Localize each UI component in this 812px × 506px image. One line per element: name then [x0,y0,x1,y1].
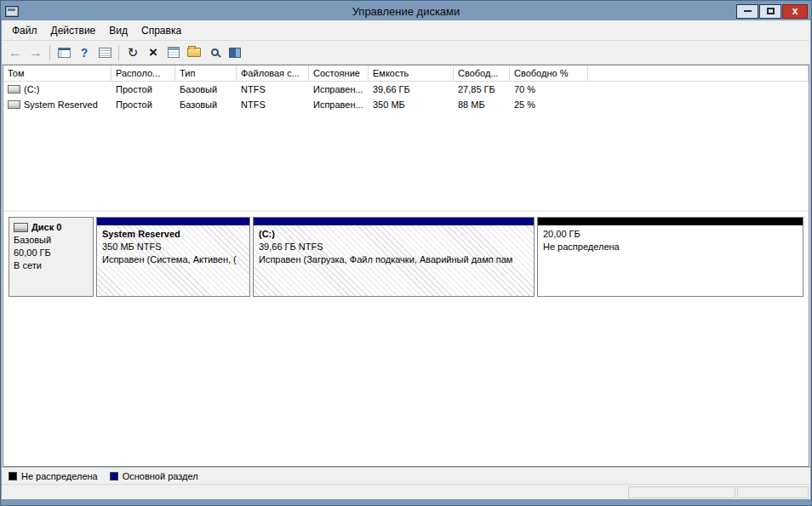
unallocated-swatch-icon [9,472,17,480]
column-header-volume[interactable]: Том [3,65,112,81]
properties-glyph [168,47,180,58]
list-view-icon[interactable] [95,43,114,62]
primary-partition-swatch-icon [110,472,118,480]
column-header-type[interactable]: Тип [175,65,237,81]
status-cell [737,486,809,498]
cell-status: Исправен... [309,84,369,94]
graphical-view-pane: Диск 0 Базовый 60,00 ГБ В сети System Re… [3,212,809,466]
toolbar-separator [49,45,50,60]
title-bar[interactable]: Управление дисками x [2,2,810,20]
properties-icon[interactable] [164,43,183,62]
content-panes: Том Располо... Тип Файловая с... Состоян… [3,65,809,467]
delete-icon[interactable]: × [144,43,163,62]
column-header-free-pct[interactable]: Свободно % [510,65,588,81]
partition-unallocated[interactable]: 20,00 ГБ Не распределена [537,217,803,297]
volume-list-pane: Том Располо... Тип Файловая с... Состоян… [3,65,809,212]
partition-status: Исправен (Загрузка, Файл подкачки, Авари… [259,253,529,266]
console-tree-glyph [58,48,71,58]
cell-layout: Простой [112,84,175,94]
partition-system-reserved[interactable]: System Reserved 350 МБ NTFS Исправен (Си… [96,217,250,297]
convert-glyph [229,48,241,58]
disk-size: 60,00 ГБ [14,247,89,259]
cell-free: 27,85 ГБ [454,84,510,94]
list-view-glyph [99,48,112,58]
cell-status: Исправен... [309,99,369,110]
disk-info-box[interactable]: Диск 0 Базовый 60,00 ГБ В сети [9,217,94,297]
partition-color-band [538,218,803,225]
open-folder-icon[interactable] [185,43,203,62]
refresh-icon[interactable]: ↻ [123,43,142,62]
partition-name: (C:) [259,228,529,241]
cell-layout: Простой [112,99,175,110]
menu-file[interactable]: Файл [5,22,44,39]
partition-body: 20,00 ГБ Не распределена [538,225,803,296]
partition-size: 20,00 ГБ [543,228,798,241]
partition-status: Не распределена [543,241,798,253]
partition-name: System Reserved [102,228,244,241]
disk-type: Базовый [14,234,89,247]
status-bar [2,484,810,499]
minimize-button[interactable] [736,4,758,19]
open-folder-glyph [187,48,201,57]
disk-management-window: Управление дисками x Файл Действие Вид С… [0,0,812,506]
legend-label: Не распределена [21,471,98,481]
table-row[interactable]: (C:) Простой Базовый NTFS Исправен... 39… [3,82,809,97]
console-tree-icon[interactable] [54,43,73,62]
window-bottom-frame [2,499,810,504]
volume-table-header: Том Располо... Тип Файловая с... Состоян… [3,65,809,82]
cell-capacity: 39,66 ГБ [369,84,454,94]
cell-free: 88 МБ [454,99,510,110]
legend-bar: Не распределена Основной раздел [2,467,810,484]
partition-body: (C:) 39,66 ГБ NTFS Исправен (Загрузка, Ф… [254,225,534,296]
cell-free-pct: 25 % [510,99,588,110]
status-cell [628,486,735,498]
volume-name: (C:) [24,84,39,94]
cell-filesystem: NTFS [237,99,309,110]
partition-color-band [254,218,534,225]
column-header-layout[interactable]: Располо... [112,65,175,81]
cell-volume: System Reserved [3,99,112,110]
partitions-strip: System Reserved 350 МБ NTFS Исправен (Си… [94,217,803,297]
table-row[interactable]: System Reserved Простой Базовый NTFS Исп… [3,97,809,112]
cell-capacity: 350 МБ [369,99,454,110]
cell-free-pct: 70 % [510,84,588,94]
window-controls: x [736,4,810,19]
column-header-filler [588,65,809,81]
disk-icon [14,223,28,232]
partition-status: Исправен (Система, Активен, ( [102,253,244,266]
legend-item-unallocated: Не распределена [9,471,98,481]
disk-title: Диск 0 [14,221,89,234]
partition-c[interactable]: (C:) 39,66 ГБ NTFS Исправен (Загрузка, Ф… [253,217,535,297]
volume-icon [8,100,20,109]
column-header-status[interactable]: Состояние [309,65,369,81]
forward-icon[interactable]: → [26,43,45,62]
search-icon[interactable] [205,43,224,62]
partition-body: System Reserved 350 МБ NTFS Исправен (Си… [97,225,249,296]
help-icon[interactable]: ? [75,43,94,62]
column-header-free[interactable]: Свобод... [454,65,510,81]
toolbar-separator [118,45,119,60]
cell-type: Базовый [175,84,237,94]
maximize-button[interactable] [759,4,781,19]
legend-item-primary: Основной раздел [110,471,198,481]
column-header-capacity[interactable]: Емкость [369,65,454,81]
menu-bar: Файл Действие Вид Справка [2,20,810,41]
cell-type: Базовый [175,99,237,110]
convert-icon[interactable] [226,43,244,62]
search-glyph [211,48,219,56]
menu-action[interactable]: Действие [44,22,103,39]
volume-name: System Reserved [24,99,98,110]
menu-help[interactable]: Справка [134,22,188,39]
toolbar: ← → ? ↻ × [2,41,810,65]
close-button[interactable]: x [782,4,808,19]
maximize-icon [767,8,775,14]
back-icon[interactable]: ← [6,43,25,62]
column-header-filesystem[interactable]: Файловая с... [237,65,309,81]
cell-filesystem: NTFS [237,84,309,94]
volume-icon [8,85,20,94]
disk-0-row: Диск 0 Базовый 60,00 ГБ В сети System Re… [9,217,803,297]
partition-size: 350 МБ NTFS [102,241,244,253]
minimize-icon [744,10,752,12]
menu-view[interactable]: Вид [102,22,134,39]
partition-size: 39,66 ГБ NTFS [259,241,529,253]
